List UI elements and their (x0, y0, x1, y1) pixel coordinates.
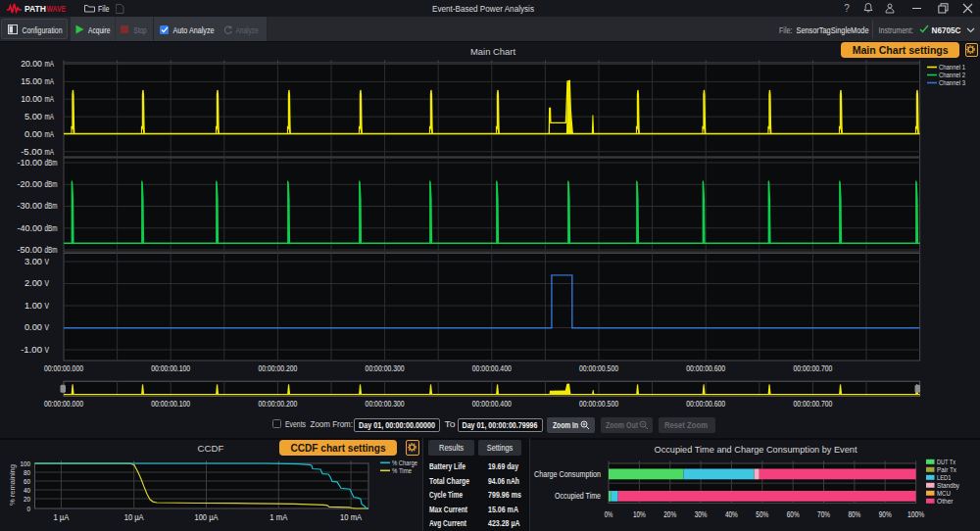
svg-text:Instrument:: Instrument: (879, 25, 914, 35)
svg-text:Channel 2: Channel 2 (939, 72, 965, 78)
svg-text:dBm: dBm (45, 180, 58, 189)
svg-text:Analyze: Analyze (236, 25, 259, 35)
svg-text:2.00: 2.00 (24, 279, 43, 288)
svg-text:Other: Other (937, 498, 954, 505)
svg-text:10 µA: 10 µA (124, 513, 144, 522)
svg-text:00:00:00.000: 00:00:00.000 (44, 364, 83, 373)
svg-text:30%: 30% (695, 509, 708, 519)
svg-text:mA: mA (45, 95, 55, 104)
svg-text:Day 01, 00:00:00.00000: Day 01, 00:00:00.00000 (359, 420, 435, 430)
svg-text:Zoom In: Zoom In (553, 420, 578, 430)
svg-text:dBm: dBm (45, 202, 58, 211)
svg-text:-5.00: -5.00 (21, 148, 42, 157)
svg-text:20: 20 (24, 495, 30, 504)
svg-text:00:00:00.700: 00:00:00.700 (793, 364, 832, 373)
svg-text:PATH: PATH (24, 3, 46, 14)
svg-text:0: 0 (27, 505, 31, 513)
svg-text:50%: 50% (756, 509, 768, 519)
svg-text:V: V (45, 279, 50, 288)
svg-text:Settings: Settings (487, 443, 514, 453)
svg-text:N6705C: N6705C (932, 25, 962, 35)
svg-text:15.06 mA: 15.06 mA (488, 505, 518, 514)
svg-text:Pair Tx: Pair Tx (937, 466, 956, 473)
svg-text:00:00:00.200: 00:00:00.200 (258, 400, 297, 409)
svg-text:Occupied Time: Occupied Time (555, 491, 601, 501)
svg-text:dBm: dBm (45, 224, 58, 233)
svg-text:00:00:00.100: 00:00:00.100 (151, 400, 190, 409)
svg-text:-10.00: -10.00 (17, 159, 42, 168)
svg-text:00:00:00.000: 00:00:00.000 (44, 400, 83, 409)
svg-text:00:00:00.300: 00:00:00.300 (366, 364, 405, 373)
svg-text:Main Chart: Main Chart (470, 46, 515, 57)
svg-text:-20.00: -20.00 (17, 180, 42, 189)
svg-text:10%: 10% (633, 509, 646, 519)
svg-text:20%: 20% (663, 509, 676, 519)
svg-text:Battery Life: Battery Life (429, 461, 466, 471)
svg-text:LED1: LED1 (937, 474, 952, 481)
svg-text:Total Charge: Total Charge (429, 476, 469, 486)
svg-text:MCU: MCU (937, 490, 951, 497)
svg-text:90%: 90% (879, 509, 892, 519)
svg-text:Auto Analyze: Auto Analyze (173, 25, 215, 35)
svg-text:10 mA: 10 mA (340, 513, 362, 522)
svg-text:00:00:00.700: 00:00:00.700 (793, 400, 832, 409)
svg-text:40: 40 (24, 486, 30, 495)
svg-text:CCDF chart settings: CCDF chart settings (291, 442, 386, 454)
svg-text:Acquire: Acquire (88, 25, 111, 35)
svg-text:dBm: dBm (45, 159, 58, 168)
svg-text:CCDF: CCDF (198, 443, 224, 454)
svg-text:00:00:00.500: 00:00:00.500 (579, 364, 618, 373)
svg-text:mA: mA (45, 130, 55, 139)
svg-text:20.00: 20.00 (21, 60, 42, 69)
svg-text:Configuration: Configuration (23, 25, 63, 35)
svg-text:Cycle Time: Cycle Time (429, 490, 463, 500)
svg-text:Zoom From:: Zoom From: (311, 419, 354, 429)
svg-text:mA: mA (45, 60, 55, 69)
svg-text:mA: mA (45, 113, 55, 121)
svg-text:1 mA: 1 mA (270, 513, 287, 522)
svg-text:-40.00: -40.00 (17, 224, 42, 233)
svg-text:1.00: 1.00 (24, 302, 43, 311)
svg-text:-50.00: -50.00 (17, 246, 42, 255)
svg-text:3.00: 3.00 (24, 258, 43, 266)
svg-text:00:00:00.300: 00:00:00.300 (366, 400, 405, 409)
svg-text:mA: mA (45, 148, 55, 157)
svg-text:00:00:00.600: 00:00:00.600 (686, 400, 725, 409)
svg-text:Stop: Stop (134, 25, 147, 35)
svg-text:% Time: % Time (392, 467, 412, 474)
svg-text:10.00: 10.00 (21, 95, 42, 104)
svg-text:?: ? (844, 3, 850, 14)
svg-text:mA: mA (45, 77, 55, 86)
svg-text:-30.00: -30.00 (17, 202, 42, 211)
svg-text:-1.00: -1.00 (21, 346, 42, 355)
svg-text:Channel 1: Channel 1 (939, 64, 965, 71)
svg-text:V: V (45, 346, 50, 355)
svg-text:00:00:00.400: 00:00:00.400 (472, 364, 512, 373)
svg-text:Main Chart settings: Main Chart settings (853, 44, 949, 56)
svg-text:DUT Tx: DUT Tx (937, 459, 956, 465)
svg-text:Standby: Standby (937, 482, 959, 490)
svg-text:00:00:00.100: 00:00:00.100 (151, 364, 190, 373)
svg-text:60%: 60% (787, 509, 800, 519)
svg-text:dBm: dBm (45, 246, 58, 255)
svg-text:To: To (445, 419, 456, 429)
svg-text:00:00:00.400: 00:00:00.400 (472, 400, 512, 409)
svg-text:00:00:00.500: 00:00:00.500 (579, 400, 618, 409)
svg-text:00:00:00.600: 00:00:00.600 (686, 364, 725, 373)
svg-text:1 µA: 1 µA (53, 513, 69, 522)
svg-text:60: 60 (24, 477, 30, 486)
svg-text:0.00: 0.00 (24, 323, 43, 332)
svg-text:0%: 0% (605, 509, 613, 519)
svg-text:Results: Results (439, 443, 464, 453)
svg-text:WAVE: WAVE (47, 3, 67, 14)
svg-text:00:00:00.200: 00:00:00.200 (258, 364, 297, 373)
svg-text:80%: 80% (848, 509, 860, 519)
svg-text:SensorTagSingleMode: SensorTagSingleMode (797, 25, 869, 35)
svg-text:Max Current: Max Current (429, 505, 467, 514)
svg-text:% Charge: % Charge (392, 459, 417, 467)
svg-text:100: 100 (21, 459, 31, 468)
svg-text:Event-Based Power Analysis: Event-Based Power Analysis (432, 4, 534, 14)
svg-text:Zoom Out: Zoom Out (606, 420, 638, 430)
svg-text:V: V (45, 302, 50, 311)
svg-text:V: V (45, 323, 50, 332)
